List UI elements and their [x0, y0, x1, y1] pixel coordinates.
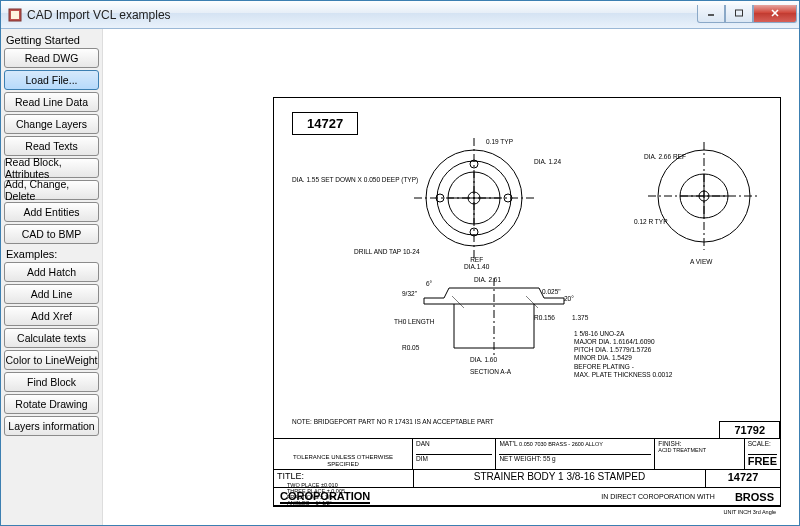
- dim-0025: 0.025": [542, 288, 561, 295]
- sidebar-button-color-to-lineweight[interactable]: Color to LineWeight: [4, 350, 99, 370]
- sidebar-button-add-entities[interactable]: Add Entities: [4, 202, 99, 222]
- titlebar: CAD Import VCL examples: [1, 1, 799, 29]
- minimize-button[interactable]: [697, 5, 725, 23]
- doc-number: 71792: [719, 421, 780, 438]
- label-section-aa: SECTION A-A: [470, 368, 511, 375]
- title-block: 71792 TOLERANCE UNLESS OTHERWISE SPECIFI…: [274, 438, 780, 506]
- tb-finish: ACID TREATMENT: [658, 447, 740, 453]
- label-a-view: A VIEW: [690, 258, 712, 265]
- dim-1375: 1.375: [572, 314, 588, 321]
- sidebar-button-find-block[interactable]: Find Block: [4, 372, 99, 392]
- tb-scale-lbl: SCALE:: [748, 440, 777, 455]
- label-drill-tap: DRILL AND TAP 10-24: [354, 248, 420, 255]
- tb-corp-mid: IN DIRECT COROPORATION WITH: [601, 493, 715, 500]
- drawing-sheet: 14727: [273, 97, 781, 507]
- top-view: [414, 138, 534, 258]
- tb-matl-lbl: MAT'L: [499, 440, 517, 447]
- group-getting-started: Getting Started: [4, 32, 99, 46]
- thread-note: 1 5/8-16 UNO-2A MAJOR DIA. 1.6164/1.6090…: [574, 330, 672, 379]
- svg-rect-3: [736, 10, 743, 16]
- dim-019-typ: 0.19 TYP: [486, 138, 513, 145]
- dim-6deg: 6°: [426, 280, 432, 287]
- label-th0: TH0 LENGTH: [394, 318, 434, 325]
- window-title: CAD Import VCL examples: [27, 8, 697, 22]
- svg-rect-1: [11, 11, 19, 19]
- tb-corp2: BROSS: [735, 491, 774, 503]
- close-button[interactable]: [753, 5, 797, 23]
- tb-corp1: COROPORATION: [280, 490, 370, 504]
- sidebar-button-read-texts[interactable]: Read Texts: [4, 136, 99, 156]
- label-ref-dia: REF DIA.1.40: [464, 256, 489, 270]
- app-icon: [7, 7, 23, 23]
- dim-dia160: DIA. 1.60: [470, 356, 497, 363]
- sidebar-button-add-xref[interactable]: Add Xref: [4, 306, 99, 326]
- tb-part-no: 14727: [706, 470, 780, 487]
- maximize-button[interactable]: [725, 5, 753, 23]
- sidebar-button-cad-to-bmp[interactable]: CAD to BMP: [4, 224, 99, 244]
- tb-tol-head: TOLERANCE UNLESS OTHERWISE SPECIFIED: [277, 454, 409, 467]
- sidebar-button-read-dwg[interactable]: Read DWG: [4, 48, 99, 68]
- sidebar-button-layers-information[interactable]: Layers information: [4, 416, 99, 436]
- dim-932: 9/32": [402, 290, 417, 297]
- tb-matl: 0.050 7030 BRASS - 2600 ALLOY: [519, 441, 603, 447]
- sidebar-button-change-layers[interactable]: Change Layers: [4, 114, 99, 134]
- sidebar: Getting Started Read DWGLoad File...Read…: [1, 29, 103, 525]
- tb-free: FREE: [748, 455, 777, 469]
- dim-r005: R0.05: [402, 344, 419, 351]
- dim-r0156: R0.156: [534, 314, 555, 321]
- tb-finish-lbl: FINISH:: [658, 440, 740, 447]
- dim-set-down: DIA. 1.55 SET DOWN X 0.050 DEEP (TYP): [292, 176, 418, 183]
- drawing-canvas[interactable]: 14727: [103, 29, 799, 525]
- sidebar-button-add-line[interactable]: Add Line: [4, 284, 99, 304]
- tb-dim: DIM: [416, 455, 492, 469]
- svg-line-28: [526, 296, 538, 308]
- tb-title: STRAINER BODY 1 3/8-16 STAMPED: [414, 470, 706, 487]
- tb-unit: UNIT INCH 3rd Angle: [724, 509, 776, 515]
- dim-dia124: DIA. 1.24: [534, 158, 561, 165]
- dim-20deg: 20°: [564, 295, 574, 302]
- sidebar-button-add-change-delete[interactable]: Add, Change, Delete: [4, 180, 99, 200]
- group-examples: Examples:: [4, 246, 99, 260]
- sidebar-button-rotate-drawing[interactable]: Rotate Drawing: [4, 394, 99, 414]
- tb-netwt-lbl: NET WEIGHT:: [499, 455, 541, 462]
- sidebar-button-add-hatch[interactable]: Add Hatch: [4, 262, 99, 282]
- tb-title-lbl: TITLE:: [274, 470, 414, 487]
- note: NOTE: BRIDGEPORT PART NO R 17431 IS AN A…: [292, 418, 494, 425]
- sidebar-button-read-block-attributes[interactable]: Read Block, Attributes: [4, 158, 99, 178]
- sidebar-button-calculate-texts[interactable]: Calculate texts: [4, 328, 99, 348]
- dim-dia266: DIA. 2.66 REF: [644, 153, 686, 160]
- tb-netwt: 55 g: [543, 455, 556, 462]
- tb-dan: DAN: [416, 440, 492, 455]
- sidebar-button-load-file-[interactable]: Load File...: [4, 70, 99, 90]
- dim-dia261: DIA. 2.61: [474, 276, 501, 283]
- dim-r012: 0.12 R TYP: [634, 218, 667, 225]
- part-number-box: 14727: [292, 112, 358, 135]
- sidebar-button-read-line-data[interactable]: Read Line Data: [4, 92, 99, 112]
